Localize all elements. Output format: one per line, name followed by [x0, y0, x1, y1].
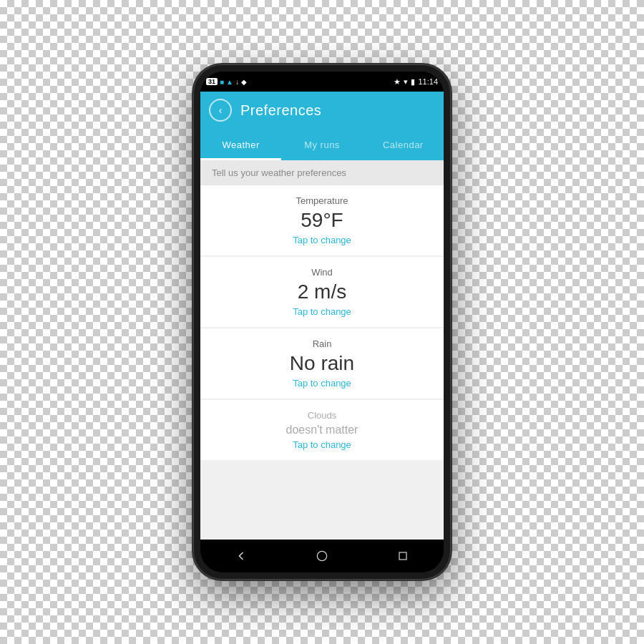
svg-rect-1: [399, 552, 406, 560]
app-bar-title: Preferences: [240, 102, 321, 119]
back-nav-icon: [234, 549, 248, 563]
star-icon: ★: [394, 77, 401, 87]
tab-bar: Weather My runs Calendar: [200, 129, 444, 160]
time-display: 11:14: [418, 77, 438, 86]
temperature-value: 59°F: [301, 209, 343, 232]
wind-action: Tap to change: [293, 306, 351, 317]
sub-header: Tell us your weather preferences: [200, 160, 444, 185]
back-button[interactable]: ‹: [209, 99, 232, 122]
rain-label: Rain: [313, 338, 332, 349]
wind-value: 2 m/s: [298, 280, 346, 303]
wind-card[interactable]: Wind 2 m/s Tap to change: [200, 257, 444, 327]
app-screen: ‹ Preferences Weather My runs Calendar: [200, 92, 444, 540]
wind-label: Wind: [311, 267, 333, 278]
home-nav-button[interactable]: [309, 543, 335, 569]
location-icon: ◆: [241, 78, 247, 86]
clouds-card[interactable]: Clouds doesn't matter Tap to change: [200, 400, 444, 460]
clouds-value: doesn't matter: [286, 424, 358, 436]
status-bar: 31 ■ ▲ ↓ ◆ ★ ▾ ▮ 11:14: [200, 72, 444, 92]
status-icons-right: ★ ▾ ▮ 11:14: [394, 77, 438, 87]
tab-weather[interactable]: Weather: [200, 129, 281, 160]
clouds-label: Clouds: [308, 410, 336, 421]
back-nav-button[interactable]: [228, 543, 254, 569]
status-icons-left: 31 ■ ▲ ↓ ◆: [206, 78, 247, 86]
wifi-icon: ■: [220, 78, 224, 86]
calendar-status-icon: 31: [206, 78, 218, 85]
notification-icon: ↓: [235, 78, 239, 86]
home-nav-icon: [315, 549, 329, 563]
temperature-label: Temperature: [296, 195, 348, 206]
svg-point-0: [317, 551, 326, 560]
content-area: Tell us your weather preferences Tempera…: [200, 160, 444, 540]
recents-nav-icon: [396, 549, 410, 563]
tab-calendar[interactable]: Calendar: [363, 129, 444, 160]
clouds-action: Tap to change: [293, 439, 351, 450]
phone-screen: 31 ■ ▲ ↓ ◆ ★ ▾ ▮ 11:14 ‹ Preferences: [200, 72, 444, 572]
navigation-bar: [200, 540, 444, 572]
photo-icon: ▲: [226, 78, 233, 86]
rain-action: Tap to change: [293, 378, 351, 389]
tab-my-runs[interactable]: My runs: [281, 129, 362, 160]
battery-icon: ▮: [411, 77, 415, 87]
app-bar: ‹ Preferences: [200, 92, 444, 129]
rain-card[interactable]: Rain No rain Tap to change: [200, 328, 444, 399]
back-icon: ‹: [219, 104, 223, 116]
recents-nav-button[interactable]: [390, 543, 416, 569]
phone-device: 31 ■ ▲ ↓ ◆ ★ ▾ ▮ 11:14 ‹ Preferences: [193, 64, 451, 580]
temperature-action: Tap to change: [293, 235, 351, 245]
rain-value: No rain: [290, 352, 354, 375]
temperature-card[interactable]: Temperature 59°F Tap to change: [200, 185, 444, 255]
signal-icon: ▾: [404, 77, 408, 87]
